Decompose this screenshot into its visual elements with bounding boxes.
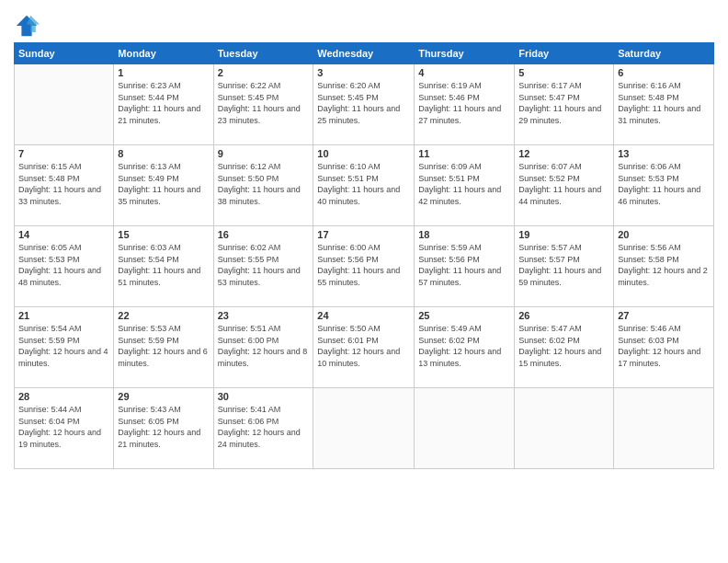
calendar-cell: 30Sunrise: 5:41 AMSunset: 6:06 PMDayligh… (213, 388, 313, 469)
calendar-cell: 16Sunrise: 6:02 AMSunset: 5:55 PMDayligh… (213, 226, 313, 307)
day-number: 23 (218, 310, 310, 321)
calendar-cell: 29Sunrise: 5:43 AMSunset: 6:05 PMDayligh… (114, 388, 213, 469)
day-info: Sunrise: 5:51 AMSunset: 6:00 PMDaylight:… (218, 323, 310, 369)
day-info: Sunrise: 5:54 AMSunset: 5:59 PMDaylight:… (18, 323, 109, 369)
logo-icon (14, 13, 40, 39)
day-number: 2 (218, 67, 310, 78)
calendar-cell (313, 388, 415, 469)
calendar-cell: 21Sunrise: 5:54 AMSunset: 5:59 PMDayligh… (15, 307, 114, 388)
calendar-header-saturday: Saturday (614, 43, 714, 64)
day-number: 9 (218, 148, 310, 159)
day-number: 22 (118, 310, 209, 321)
day-info: Sunrise: 5:53 AMSunset: 5:59 PMDaylight:… (118, 323, 209, 369)
day-number: 13 (618, 148, 710, 159)
day-info: Sunrise: 5:59 AMSunset: 5:56 PMDaylight:… (418, 242, 510, 288)
day-info: Sunrise: 5:57 AMSunset: 5:57 PMDaylight:… (518, 242, 609, 288)
day-info: Sunrise: 5:41 AMSunset: 6:06 PMDaylight:… (218, 404, 310, 450)
day-number: 8 (118, 148, 209, 159)
calendar-cell: 9Sunrise: 6:12 AMSunset: 5:50 PMDaylight… (213, 145, 313, 226)
day-number: 28 (18, 391, 109, 402)
day-info: Sunrise: 6:22 AMSunset: 5:45 PMDaylight:… (218, 80, 310, 126)
day-number: 18 (418, 229, 510, 240)
day-number: 27 (618, 310, 710, 321)
calendar-table: SundayMondayTuesdayWednesdayThursdayFrid… (14, 42, 714, 469)
calendar-cell: 8Sunrise: 6:13 AMSunset: 5:49 PMDaylight… (114, 145, 213, 226)
calendar-cell: 19Sunrise: 5:57 AMSunset: 5:57 PMDayligh… (515, 226, 614, 307)
day-info: Sunrise: 6:09 AMSunset: 5:51 PMDaylight:… (418, 161, 510, 207)
day-info: Sunrise: 5:56 AMSunset: 5:58 PMDaylight:… (618, 242, 710, 288)
calendar-cell: 15Sunrise: 6:03 AMSunset: 5:54 PMDayligh… (114, 226, 213, 307)
day-info: Sunrise: 6:16 AMSunset: 5:48 PMDaylight:… (618, 80, 710, 126)
calendar-week-1: 1Sunrise: 6:23 AMSunset: 5:44 PMDaylight… (15, 64, 714, 145)
calendar-cell: 1Sunrise: 6:23 AMSunset: 5:44 PMDaylight… (114, 64, 213, 145)
day-number: 6 (618, 67, 710, 78)
calendar-cell (614, 388, 714, 469)
day-number: 19 (518, 229, 609, 240)
calendar-cell: 11Sunrise: 6:09 AMSunset: 5:51 PMDayligh… (415, 145, 515, 226)
calendar-cell: 17Sunrise: 6:00 AMSunset: 5:56 PMDayligh… (313, 226, 415, 307)
day-info: Sunrise: 6:10 AMSunset: 5:51 PMDaylight:… (317, 161, 410, 207)
day-number: 24 (317, 310, 410, 321)
header (14, 9, 714, 39)
day-number: 7 (18, 148, 109, 159)
day-info: Sunrise: 6:02 AMSunset: 5:55 PMDaylight:… (218, 242, 310, 288)
day-number: 25 (418, 310, 510, 321)
day-number: 12 (518, 148, 609, 159)
calendar-header-thursday: Thursday (415, 43, 515, 64)
calendar-cell: 20Sunrise: 5:56 AMSunset: 5:58 PMDayligh… (614, 226, 714, 307)
calendar-week-3: 14Sunrise: 6:05 AMSunset: 5:53 PMDayligh… (15, 226, 714, 307)
day-number: 10 (317, 148, 410, 159)
day-number: 16 (218, 229, 310, 240)
day-number: 20 (618, 229, 710, 240)
calendar-cell: 13Sunrise: 6:06 AMSunset: 5:53 PMDayligh… (614, 145, 714, 226)
calendar-week-2: 7Sunrise: 6:15 AMSunset: 5:48 PMDaylight… (15, 145, 714, 226)
calendar-cell: 10Sunrise: 6:10 AMSunset: 5:51 PMDayligh… (313, 145, 415, 226)
day-number: 21 (18, 310, 109, 321)
calendar-week-4: 21Sunrise: 5:54 AMSunset: 5:59 PMDayligh… (15, 307, 714, 388)
calendar-header-row: SundayMondayTuesdayWednesdayThursdayFrid… (15, 43, 714, 64)
calendar-cell: 24Sunrise: 5:50 AMSunset: 6:01 PMDayligh… (313, 307, 415, 388)
day-info: Sunrise: 6:13 AMSunset: 5:49 PMDaylight:… (118, 161, 209, 207)
day-info: Sunrise: 6:03 AMSunset: 5:54 PMDaylight:… (118, 242, 209, 288)
day-info: Sunrise: 5:44 AMSunset: 6:04 PMDaylight:… (18, 404, 109, 450)
day-info: Sunrise: 6:12 AMSunset: 5:50 PMDaylight:… (218, 161, 310, 207)
day-info: Sunrise: 5:49 AMSunset: 6:02 PMDaylight:… (418, 323, 510, 369)
day-number: 1 (118, 67, 209, 78)
day-info: Sunrise: 5:46 AMSunset: 6:03 PMDaylight:… (618, 323, 710, 369)
calendar-header-sunday: Sunday (15, 43, 114, 64)
calendar-cell (515, 388, 614, 469)
calendar-cell: 27Sunrise: 5:46 AMSunset: 6:03 PMDayligh… (614, 307, 714, 388)
day-number: 17 (317, 229, 410, 240)
calendar-cell: 25Sunrise: 5:49 AMSunset: 6:02 PMDayligh… (415, 307, 515, 388)
calendar-cell: 5Sunrise: 6:17 AMSunset: 5:47 PMDaylight… (515, 64, 614, 145)
calendar-cell: 28Sunrise: 5:44 AMSunset: 6:04 PMDayligh… (15, 388, 114, 469)
logo (14, 13, 41, 39)
calendar-cell (15, 64, 114, 145)
day-info: Sunrise: 6:07 AMSunset: 5:52 PMDaylight:… (518, 161, 609, 207)
day-info: Sunrise: 6:15 AMSunset: 5:48 PMDaylight:… (18, 161, 109, 207)
calendar-cell: 26Sunrise: 5:47 AMSunset: 6:02 PMDayligh… (515, 307, 614, 388)
day-number: 30 (218, 391, 310, 402)
calendar-header-friday: Friday (515, 43, 614, 64)
day-info: Sunrise: 5:47 AMSunset: 6:02 PMDaylight:… (518, 323, 609, 369)
calendar-cell: 7Sunrise: 6:15 AMSunset: 5:48 PMDaylight… (15, 145, 114, 226)
calendar-cell: 22Sunrise: 5:53 AMSunset: 5:59 PMDayligh… (114, 307, 213, 388)
day-info: Sunrise: 5:43 AMSunset: 6:05 PMDaylight:… (118, 404, 209, 450)
day-number: 14 (18, 229, 109, 240)
calendar-header-monday: Monday (114, 43, 213, 64)
day-number: 5 (518, 67, 609, 78)
day-info: Sunrise: 6:05 AMSunset: 5:53 PMDaylight:… (18, 242, 109, 288)
day-number: 29 (118, 391, 209, 402)
day-info: Sunrise: 6:20 AMSunset: 5:45 PMDaylight:… (317, 80, 410, 126)
day-info: Sunrise: 6:17 AMSunset: 5:47 PMDaylight:… (518, 80, 609, 126)
day-info: Sunrise: 6:19 AMSunset: 5:46 PMDaylight:… (418, 80, 510, 126)
day-number: 11 (418, 148, 510, 159)
calendar-cell: 12Sunrise: 6:07 AMSunset: 5:52 PMDayligh… (515, 145, 614, 226)
calendar-cell (415, 388, 515, 469)
day-info: Sunrise: 5:50 AMSunset: 6:01 PMDaylight:… (317, 323, 410, 369)
day-number: 15 (118, 229, 209, 240)
calendar-cell: 2Sunrise: 6:22 AMSunset: 5:45 PMDaylight… (213, 64, 313, 145)
day-number: 4 (418, 67, 510, 78)
day-number: 3 (317, 67, 410, 78)
calendar-cell: 3Sunrise: 6:20 AMSunset: 5:45 PMDaylight… (313, 64, 415, 145)
